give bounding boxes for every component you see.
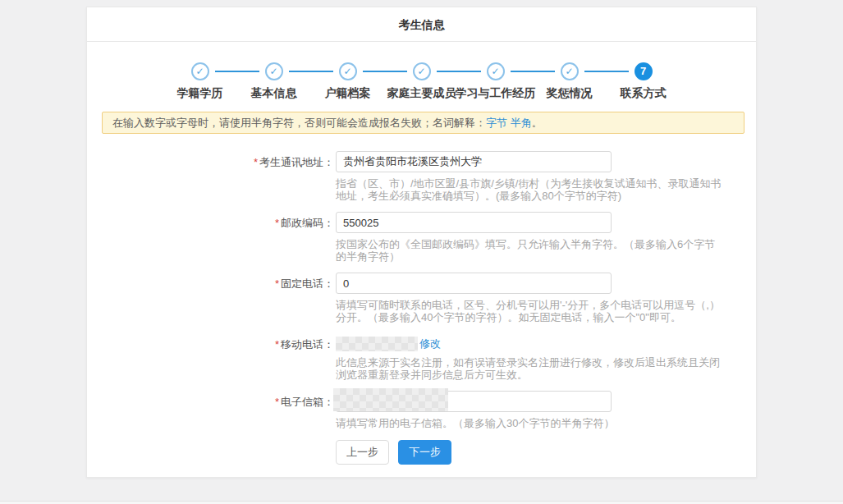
step-label: 学籍学历 <box>177 86 223 101</box>
stepper: ✓ 学籍学历 ✓ 基本信息 ✓ 户籍档案 ✓ 家庭主要成员 ✓ 学习与工作经历 … <box>87 62 756 105</box>
step-connector <box>289 71 333 72</box>
candidate-info-card: 考生信息 ✓ 学籍学历 ✓ 基本信息 ✓ 户籍档案 ✓ 家庭主要成员 ✓ 学习与… <box>86 7 757 478</box>
step-check-circle: ✓ <box>487 62 505 80</box>
byte-definition-link[interactable]: 字节 <box>486 117 507 129</box>
required-asterisk: * <box>275 217 279 229</box>
postcode-hint: 按国家公布的《全国邮政编码》填写。只允许输入半角字符。（最多输入6个字节 的半角… <box>336 238 715 263</box>
step-label: 学习与工作经历 <box>456 86 536 101</box>
step-check-circle: ✓ <box>339 62 357 80</box>
modify-mobile-link[interactable]: 修改 <box>419 337 441 350</box>
previous-step-button[interactable]: 上一步 <box>336 440 389 465</box>
notice-text: 在输入数字或字母时，请使用半角字符，否则可能会造成报名失败；名词解释： <box>112 117 486 129</box>
button-row: 上一步 下一步 <box>336 440 756 465</box>
postcode-row: *邮政编码： 按国家公布的《全国邮政编码》填写。只允许输入半角字符。（最多输入6… <box>87 212 756 263</box>
step-item-family[interactable]: ✓ 家庭主要成员 <box>413 62 431 80</box>
step-number-circle: 7 <box>635 62 653 80</box>
step-label: 家庭主要成员 <box>387 86 456 101</box>
landline-label: *固定电话： <box>87 273 336 323</box>
step-connector <box>437 71 481 72</box>
notice-text-end: 。 <box>532 117 543 129</box>
redacted-email-value <box>333 388 448 411</box>
mobile-row: *移动电话： 修改 此信息来源于实名注册，如有误请登录实名注册进行修改，修改后退… <box>87 333 756 381</box>
step-label: 户籍档案 <box>325 86 371 101</box>
step-connector <box>363 71 407 72</box>
postcode-input[interactable] <box>336 212 612 233</box>
address-hint: 指省（区、市）/地市区盟/县市旗/乡镇/街村（为考生接收复试通知书、录取通知书 … <box>336 177 721 202</box>
step-check-circle: ✓ <box>265 62 283 80</box>
address-input[interactable] <box>336 151 612 172</box>
postcode-label: *邮政编码： <box>87 212 336 263</box>
step-item-basic-info[interactable]: ✓ 基本信息 <box>265 62 283 80</box>
step-item-school-record[interactable]: ✓ 学籍学历 <box>191 62 209 80</box>
step-label: 联系方式 <box>621 86 667 101</box>
landline-hint: 请填写可随时联系的电话，区号、分机号可以用'-'分开，多个电话可以用逗号（,） … <box>336 299 720 323</box>
check-icon: ✓ <box>565 64 573 79</box>
address-row: *考生通讯地址： 指省（区、市）/地市区盟/县市旗/乡镇/街村（为考生接收复试通… <box>87 151 756 202</box>
check-icon: ✓ <box>417 64 425 79</box>
step-check-circle: ✓ <box>561 62 579 80</box>
notice-banner: 在输入数字或字母时，请使用半角字符，否则可能会造成报名失败；名词解释：字节 半角… <box>102 112 744 134</box>
email-row: *电子信箱： 请填写常用的电子信箱。（最多输入30个字节的半角字符） <box>87 391 756 429</box>
halfwidth-definition-link[interactable]: 半角 <box>511 117 532 129</box>
step-item-experience[interactable]: ✓ 学习与工作经历 <box>487 62 505 80</box>
email-hint: 请填写常用的电子信箱。（最多输入30个字节的半角字符） <box>336 417 614 429</box>
step-label: 基本信息 <box>251 86 297 101</box>
address-label: *考生通讯地址： <box>87 151 336 202</box>
required-asterisk: * <box>275 277 279 290</box>
step-check-circle: ✓ <box>191 62 209 80</box>
check-icon: ✓ <box>491 64 499 79</box>
check-icon: ✓ <box>269 64 277 79</box>
redacted-mobile-number <box>336 337 418 351</box>
landline-input[interactable] <box>336 273 612 294</box>
step-item-rewards[interactable]: ✓ 奖惩情况 <box>561 62 579 80</box>
contact-form: *考生通讯地址： 指省（区、市）/地市区盟/县市旗/乡镇/街村（为考生接收复试通… <box>87 151 756 465</box>
step-connector <box>511 71 555 72</box>
email-label: *电子信箱： <box>87 391 336 429</box>
step-connector <box>584 71 629 72</box>
next-step-button[interactable]: 下一步 <box>398 440 451 465</box>
page-title: 考生信息 <box>87 7 756 42</box>
step-check-circle: ✓ <box>413 62 431 80</box>
mobile-hint: 此信息来源于实名注册，如有误请登录实名注册进行修改，修改后退出系统且关闭 浏览器… <box>336 356 720 381</box>
check-icon: ✓ <box>343 64 351 79</box>
page-footer-edge <box>0 501 843 504</box>
check-icon: ✓ <box>195 64 204 79</box>
step-item-contact[interactable]: 7 联系方式 <box>635 62 653 80</box>
required-asterisk: * <box>254 156 258 168</box>
step-connector <box>215 71 259 72</box>
mobile-label: *移动电话： <box>87 333 336 381</box>
required-asterisk: * <box>275 338 279 351</box>
step-item-household[interactable]: ✓ 户籍档案 <box>339 62 357 80</box>
landline-row: *固定电话： 请填写可随时联系的电话，区号、分机号可以用'-'分开，多个电话可以… <box>87 273 756 323</box>
step-label: 奖惩情况 <box>547 86 593 101</box>
required-asterisk: * <box>275 396 279 408</box>
